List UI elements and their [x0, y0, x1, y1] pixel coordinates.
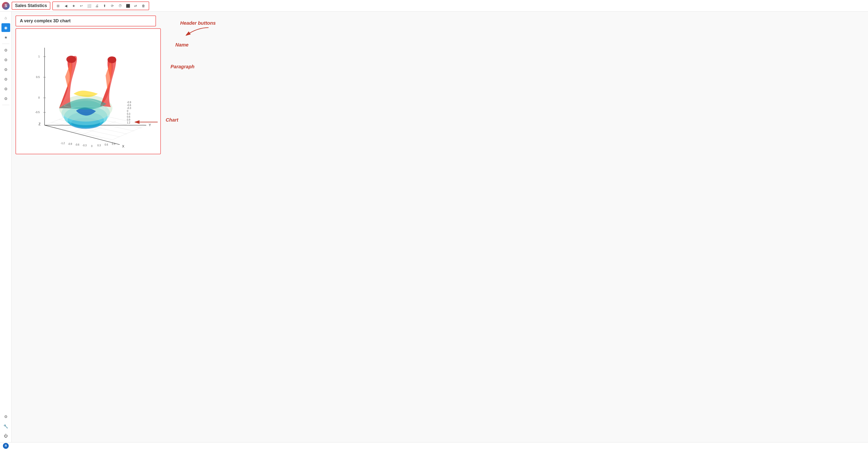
sidebar-item-gear[interactable]: ⚙	[1, 412, 10, 421]
sidebar-item-settings2[interactable]: ⚙	[1, 56, 10, 64]
sidebar-item-dashboard[interactable]: ◉	[1, 23, 10, 32]
clock-icon[interactable]: ⏱	[117, 2, 124, 9]
chart-svg: Z X Y 1 0.5 0 -0.5	[25, 33, 151, 150]
annotation-name: Name	[175, 42, 188, 48]
sidebar: ⌂ ◉ ★ ⚙ ⚙ ⚙ ⚙ ⚙ ⚙ ⚙ 🔧 ⏻	[0, 12, 11, 442]
undo-icon[interactable]: ↩	[78, 2, 85, 9]
svg-text:0: 0	[91, 145, 93, 148]
main-layout: ⌂ ◉ ★ ⚙ ⚙ ⚙ ⚙ ⚙ ⚙ ⚙ 🔧 ⏻ A very complex 3…	[0, 12, 868, 442]
print-icon[interactable]: 🖨	[93, 2, 100, 9]
annotation-chart: Chart	[166, 117, 178, 123]
sidebar-item-settings4[interactable]: ⚙	[1, 75, 10, 84]
chart-name: A very complex 3D chart	[16, 15, 156, 26]
svg-text:0.3: 0.3	[127, 113, 130, 115]
sidebar-item-settings5[interactable]: ⚙	[1, 85, 10, 93]
svg-text:-0.3: -0.3	[82, 144, 87, 147]
sidebar-item-favorites[interactable]: ★	[1, 33, 10, 42]
svg-text:-1.2: -1.2	[61, 142, 65, 145]
content-area: A very complex 3D chart	[11, 12, 868, 442]
sidebar-item-settings3[interactable]: ⚙	[1, 65, 10, 74]
z-axis-label: Z	[38, 122, 41, 126]
refresh-icon[interactable]: ⟳	[109, 2, 116, 9]
sidebar-item-tools[interactable]: 🔧	[1, 422, 10, 430]
x-axis-label: X	[122, 145, 124, 148]
svg-text:0.9: 0.9	[112, 142, 115, 145]
annotation-paragraph: Paragraph	[170, 64, 194, 69]
sidebar-item-settings1[interactable]: ⚙	[1, 46, 10, 55]
svg-text:0: 0	[38, 96, 40, 99]
svg-text:1: 1	[38, 55, 40, 58]
svg-text:-0.9: -0.9	[68, 142, 72, 145]
svg-text:-0.6: -0.6	[127, 104, 131, 106]
svg-text:0.5: 0.5	[36, 75, 40, 78]
sidebar-item-settings6[interactable]: ⚙	[1, 94, 10, 103]
svg-text:0.6: 0.6	[127, 116, 130, 118]
frame-icon[interactable]: ⬜	[86, 2, 93, 9]
user-avatar[interactable]: R	[3, 443, 9, 449]
svg-point-46	[107, 57, 116, 63]
svg-text:0.6: 0.6	[104, 143, 108, 146]
arrow-chart-svg	[135, 119, 159, 126]
sidebar-item-home[interactable]: ⌂	[1, 13, 10, 22]
toolbar: ⊞◀★↩⬜🖨⬆⟳⏱⬛⇄🗑	[52, 1, 149, 10]
svg-text:-0.3: -0.3	[127, 107, 131, 109]
annotation-header-buttons: Header buttons	[180, 20, 216, 26]
svg-text:1.2: 1.2	[127, 121, 130, 124]
svg-text:-0.5: -0.5	[35, 111, 40, 114]
block-icon[interactable]: ⬛	[124, 2, 131, 9]
svg-text:0.9: 0.9	[127, 119, 130, 121]
chart-svg-wrapper: Z X Y 1 0.5 0 -0.5	[20, 33, 156, 150]
back-icon[interactable]: ◀	[62, 2, 69, 9]
svg-text:0.3: 0.3	[97, 144, 101, 147]
svg-text:-0.6: -0.6	[75, 143, 80, 146]
status-bar: R	[0, 442, 868, 449]
sidebar-divider-2	[2, 105, 9, 105]
sidebar-divider-1	[2, 43, 9, 44]
chart-container: Z X Y 1 0.5 0 -0.5	[16, 28, 161, 154]
svg-point-45	[66, 56, 76, 63]
svg-text:-0.9: -0.9	[127, 101, 131, 104]
delete-icon[interactable]: 🗑	[140, 2, 147, 9]
svg-text:0: 0	[127, 110, 128, 113]
annotations-panel: Header buttons Name	[161, 15, 864, 161]
user-initial: R	[5, 444, 7, 448]
layout-icon[interactable]: ⊞	[55, 2, 62, 9]
sidebar-item-power[interactable]: ⏻	[1, 431, 10, 440]
logo-letter: S	[5, 4, 7, 8]
app-title: Sales Statistics	[11, 2, 51, 10]
arrow-header-svg	[182, 25, 211, 40]
header-bar: S Sales Statistics ⊞◀★↩⬜🖨⬆⟳⏱⬛⇄🗑	[0, 0, 868, 12]
app-logo[interactable]: S	[2, 2, 10, 10]
shuffle-icon[interactable]: ⇄	[132, 2, 139, 9]
star-icon[interactable]: ★	[70, 2, 77, 9]
upload-icon[interactable]: ⬆	[101, 2, 108, 9]
